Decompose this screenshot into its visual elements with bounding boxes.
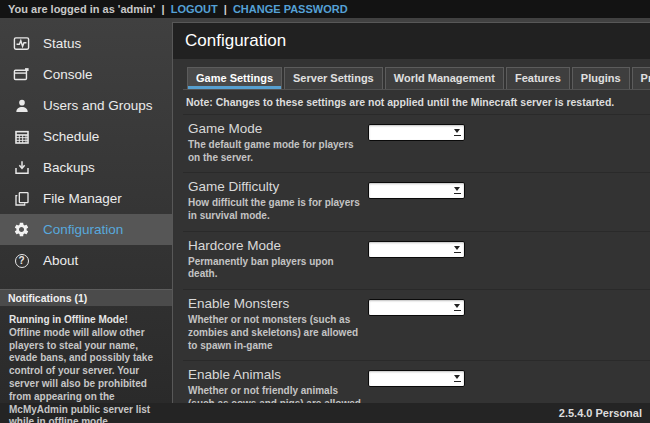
tab-features[interactable]: Features (506, 67, 570, 89)
tab-world-management[interactable]: World Management (385, 67, 504, 89)
sidebar-item-label: About (43, 253, 78, 268)
sidebar-item-console[interactable]: Console (0, 59, 172, 90)
setting-row-game-mode: Game Mode The default game mode for play… (183, 115, 650, 173)
setting-description: How difficult the game is for players in… (188, 197, 364, 222)
sidebar-item-label: Backups (43, 160, 95, 175)
gear-icon (13, 221, 30, 238)
separator: | (159, 3, 168, 15)
game-mode-select[interactable] (368, 124, 465, 141)
chevron-down-icon (453, 375, 461, 382)
separator: | (221, 3, 230, 15)
tab-preferences[interactable]: Preferences (632, 67, 650, 89)
chevron-down-icon (453, 304, 461, 311)
setting-name: Game Mode (188, 121, 368, 136)
setting-description: Permanently ban players upon death. (188, 256, 364, 281)
sidebar: Status Console Users and Groups (0, 18, 172, 403)
setting-row-hardcore-mode: Hardcore Mode Permanently ban players up… (183, 232, 650, 290)
setting-description: The default game mode for players on the… (188, 139, 364, 164)
restart-note: Note: Changes to these settings are not … (183, 90, 650, 115)
setting-description: Whether or not friendly animals (such as… (188, 385, 364, 403)
setting-name: Enable Monsters (188, 296, 368, 311)
sidebar-item-label: File Manager (43, 191, 122, 206)
backups-icon (13, 159, 30, 176)
setting-row-enable-animals: Enable Animals Whether or not friendly a… (183, 361, 650, 403)
sidebar-item-schedule[interactable]: Schedule (0, 121, 172, 152)
setting-row-game-difficulty: Game Difficulty How difficult the game i… (183, 173, 650, 231)
tab-plugins[interactable]: Plugins (572, 67, 630, 89)
sidebar-item-label: Configuration (43, 222, 123, 237)
notification-title: Running in Offline Mode! (9, 314, 163, 327)
chevron-down-icon (453, 187, 461, 194)
setting-row-enable-monsters: Enable Monsters Whether or not monsters … (183, 290, 650, 361)
status-icon (13, 35, 30, 52)
sidebar-item-file-manager[interactable]: File Manager (0, 183, 172, 214)
sidebar-item-label: Console (43, 67, 93, 82)
sidebar-item-users-and-groups[interactable]: Users and Groups (0, 90, 172, 121)
notification-item: Running in Offline Mode! Offline mode wi… (0, 307, 172, 423)
enable-animals-select[interactable] (368, 370, 465, 387)
logged-in-text: You are logged in as 'admin' (8, 3, 155, 15)
setting-name: Hardcore Mode (188, 238, 368, 253)
topbar: You are logged in as 'admin' | LOGOUT | … (0, 0, 650, 18)
sidebar-item-backups[interactable]: Backups (0, 152, 172, 183)
about-icon: ? (13, 252, 30, 269)
config-tabs: Game Settings Server Settings World Mana… (183, 67, 650, 90)
main-area: Configuration Game Settings Server Setti… (172, 18, 650, 403)
notifications-panel: Notifications (1) Running in Offline Mod… (0, 289, 172, 423)
file-manager-icon (13, 190, 30, 207)
notifications-header: Notifications (1) (0, 289, 172, 307)
chevron-down-icon (453, 129, 461, 136)
page-title: Configuration (185, 31, 286, 51)
logout-link[interactable]: LOGOUT (171, 3, 218, 15)
schedule-icon (13, 128, 30, 145)
configuration-panel: Configuration Game Settings Server Setti… (172, 22, 650, 403)
game-difficulty-select[interactable] (368, 182, 465, 199)
sidebar-item-configuration[interactable]: Configuration (0, 214, 172, 245)
sidebar-item-status[interactable]: Status (0, 28, 172, 59)
setting-name: Game Difficulty (188, 179, 368, 194)
tab-server-settings[interactable]: Server Settings (284, 67, 383, 89)
notification-body-text: Offline mode will allow other players to… (9, 327, 163, 423)
setting-description: Whether or not monsters (such as zombies… (188, 314, 364, 352)
version-text: 2.5.4.0 Personal (559, 407, 642, 419)
sidebar-item-label: Status (43, 36, 81, 51)
tab-game-settings[interactable]: Game Settings (187, 67, 282, 89)
setting-name: Enable Animals (188, 367, 368, 382)
hardcore-mode-select[interactable] (368, 241, 465, 258)
users-icon (13, 97, 30, 114)
sidebar-item-about[interactable]: ? About (0, 245, 172, 276)
panel-header: Configuration (173, 23, 650, 59)
change-password-link[interactable]: CHANGE PASSWORD (233, 3, 348, 15)
chevron-down-icon (453, 246, 461, 253)
sidebar-item-label: Schedule (43, 129, 99, 144)
console-icon (13, 66, 30, 83)
sidebar-item-label: Users and Groups (43, 98, 153, 113)
enable-monsters-select[interactable] (368, 299, 465, 316)
